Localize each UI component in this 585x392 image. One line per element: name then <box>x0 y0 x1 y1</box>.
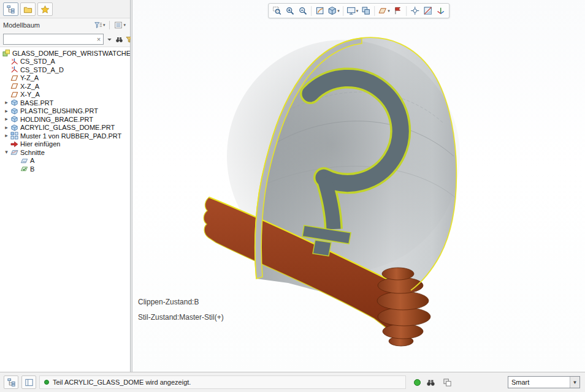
folder-browser-tab[interactable] <box>20 2 36 16</box>
separator <box>311 6 312 16</box>
status-message: Teil ACRYLIC_GLASS_DOME wird angezeigt. <box>53 379 191 386</box>
collapsed-expander-icon[interactable]: ▸ <box>2 115 10 123</box>
tree-item-cs-std-a[interactable]: CS_STD_A <box>0 58 130 66</box>
chevron-down-icon: ▾ <box>356 9 359 13</box>
datum-display-button[interactable]: ▾ <box>377 4 391 17</box>
tree-item-y-z-a[interactable]: Y-Z_A <box>0 74 130 83</box>
sections-icon <box>10 148 19 156</box>
insert-here-icon <box>10 140 19 148</box>
chevron-down-icon: ▼ <box>570 377 579 388</box>
regeneration-status-icon[interactable] <box>414 379 421 386</box>
tree-item-label: ACRYLIC_GLASS_DOME.PRT <box>19 124 115 131</box>
tree-settings-button[interactable]: ▾ <box>113 20 127 31</box>
find-in-model-button[interactable] <box>424 376 437 388</box>
tree-item-holding-brace-prt[interactable]: ▸HOLDING_BRACE.PRT <box>0 115 130 124</box>
model-tree-toggle-button[interactable] <box>4 375 18 389</box>
tree-item-b[interactable]: B <box>0 165 130 173</box>
clear-search-button[interactable]: × <box>94 34 103 44</box>
browser-toggle-button[interactable] <box>21 375 36 389</box>
datum-display-icon <box>378 6 387 15</box>
tree-item-plastic-bushing-prt[interactable]: ▸PLASTIC_BUSHING.PRT <box>0 107 130 116</box>
tree-item-label: HOLDING_BRACE.PRT <box>19 116 93 123</box>
caret-down-icon <box>105 36 113 43</box>
tree-item-label: CS_STD_A <box>19 58 55 65</box>
tree-item-label: PLASTIC_BUSHING.PRT <box>19 107 98 115</box>
message-status-icon <box>44 380 49 385</box>
tree-item-cs-std-a-d[interactable]: CS_STD_A_D <box>0 66 130 74</box>
tree-item-base-prt[interactable]: ▸BASE.PRT <box>0 99 130 107</box>
datum-plane-icon <box>10 82 19 90</box>
model-tree-header: Modellbaum ▾ ▾ <box>0 18 130 32</box>
spin-center-icon <box>410 6 419 15</box>
tree-item-label: CS_STD_A_D <box>19 66 64 74</box>
panel-tabs-row <box>0 0 130 18</box>
panel-title: Modellbaum <box>3 21 91 29</box>
collapsed-expander-icon[interactable]: ▸ <box>2 107 10 115</box>
zoom-in-button[interactable] <box>283 4 296 17</box>
zoom-out-button[interactable] <box>296 4 309 17</box>
display-style-button[interactable]: ▾ <box>326 4 341 17</box>
3d-viewport[interactable]: ▾▾▾ Clippen-Zustand:B Stil-Zustand:Maste… <box>132 0 585 372</box>
settings-list-icon <box>114 21 123 29</box>
tree-item-schnitte[interactable]: ▾Schnitte <box>0 148 130 157</box>
selection-filter-select[interactable]: Smart ▼ <box>508 376 580 388</box>
zoom-to-fit-button[interactable] <box>270 4 283 17</box>
tree-filter-button[interactable]: ▾ <box>93 20 107 31</box>
separator <box>109 21 110 29</box>
search-history-button[interactable] <box>105 34 113 44</box>
selection-filter-value: Smart <box>508 379 570 386</box>
selection-buffer-button[interactable] <box>440 376 454 388</box>
zoom-in-icon <box>285 6 294 15</box>
section-display-button[interactable] <box>421 4 434 17</box>
tree-item-x-z-a[interactable]: X-Z_A <box>0 82 130 91</box>
tree-item-label: Y-Z_A <box>19 74 39 81</box>
separator <box>343 6 343 16</box>
tree-tab-icon <box>7 378 16 387</box>
section-plane-icon <box>20 157 29 165</box>
tree-item-label: Muster 1 von RUBBER_PAD.PRT <box>19 132 121 140</box>
binoculars-icon <box>115 36 123 43</box>
saved-orientations-button[interactable]: ▾ <box>345 4 360 17</box>
model-tree-panel: Modellbaum ▾ ▾ × GLASS_DOME_FOR_WRISTWAT… <box>0 0 131 372</box>
collapsed-expander-icon[interactable]: ▸ <box>2 132 10 140</box>
chevron-down-icon: ▾ <box>103 23 105 28</box>
model-tree-tab[interactable] <box>3 2 18 16</box>
3d-dragger-button[interactable] <box>434 4 447 17</box>
tree-item-label: GLASS_DOME_FOR_WRISTWATCHES.ASM <box>11 50 130 57</box>
repaint-button[interactable] <box>313 4 326 17</box>
expanded-expander-icon[interactable]: ▾ <box>2 148 10 156</box>
status-bar: Teil ACRYLIC_GLASS_DOME wird angezeigt. … <box>0 372 585 392</box>
find-button[interactable] <box>115 34 123 44</box>
spin-center-button[interactable] <box>408 4 421 17</box>
datum-plane-icon <box>10 91 19 99</box>
tree-item-muster-1-von-rubber-pad-prt[interactable]: ▸Muster 1 von RUBBER_PAD.PRT <box>0 132 130 140</box>
browser-panel-icon <box>25 378 34 387</box>
annotation-display-button[interactable] <box>391 4 404 17</box>
tree-item-a[interactable]: A <box>0 157 130 165</box>
tree-search-row: × <box>0 32 130 47</box>
collapsed-expander-icon[interactable]: ▸ <box>2 124 10 132</box>
view-manager-icon <box>361 6 370 15</box>
tree-item-x-y-a[interactable]: X-Y_A <box>0 91 130 99</box>
filter-tree-icon <box>94 21 102 29</box>
tree-item-label: A <box>29 157 34 164</box>
section-icon <box>423 6 432 15</box>
section-active-icon <box>20 165 29 173</box>
datum-plane-icon <box>10 74 19 82</box>
dragger-icon <box>436 6 445 15</box>
buffer-icon <box>443 378 452 387</box>
chevron-down-icon: ▾ <box>388 9 390 13</box>
tree-item-acrylic-glass-dome-prt[interactable]: ▸ACRYLIC_GLASS_DOME.PRT <box>0 124 130 132</box>
collapsed-expander-icon[interactable]: ▸ <box>2 99 10 107</box>
favorites-tab[interactable] <box>37 2 53 16</box>
tree-item-hier-einf-gen[interactable]: Hier einfügen <box>0 140 130 149</box>
separator <box>374 6 375 16</box>
part-icon <box>10 124 19 132</box>
view-manager-button[interactable] <box>359 4 372 17</box>
tree-item-glass-dome-for-wristwatches-asm[interactable]: GLASS_DOME_FOR_WRISTWATCHES.ASM <box>0 49 130 58</box>
model-tree: GLASS_DOME_FOR_WRISTWATCHES.ASMCS_STD_AC… <box>0 47 130 372</box>
tree-item-label: Schnitte <box>19 149 45 156</box>
search-input[interactable] <box>4 36 94 43</box>
message-area: Teil ACRYLIC_GLASS_DOME wird angezeigt. <box>39 375 406 389</box>
binoculars-icon <box>426 378 435 387</box>
